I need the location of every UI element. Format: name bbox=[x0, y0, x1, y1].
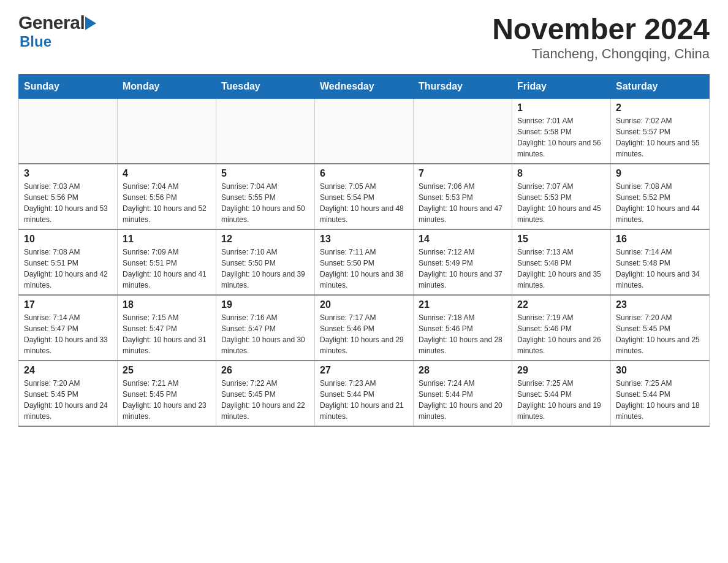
calendar-cell: 25Sunrise: 7:21 AMSunset: 5:45 PMDayligh… bbox=[118, 361, 216, 426]
day-info: Sunrise: 7:16 AMSunset: 5:47 PMDaylight:… bbox=[221, 312, 309, 356]
calendar-cell: 2Sunrise: 7:02 AMSunset: 5:57 PMDaylight… bbox=[611, 99, 710, 164]
day-info: Sunrise: 7:12 AMSunset: 5:49 PMDaylight:… bbox=[419, 247, 507, 291]
day-info: Sunrise: 7:11 AMSunset: 5:50 PMDaylight:… bbox=[320, 247, 408, 291]
calendar-cell bbox=[19, 99, 118, 164]
day-number: 14 bbox=[419, 234, 507, 245]
calendar-week-row: 17Sunrise: 7:14 AMSunset: 5:47 PMDayligh… bbox=[19, 295, 710, 361]
calendar-cell bbox=[118, 99, 216, 164]
calendar-cell: 14Sunrise: 7:12 AMSunset: 5:49 PMDayligh… bbox=[414, 229, 512, 295]
day-info: Sunrise: 7:02 AMSunset: 5:57 PMDaylight:… bbox=[616, 115, 704, 159]
calendar-body: 1Sunrise: 7:01 AMSunset: 5:58 PMDaylight… bbox=[19, 99, 710, 427]
calendar-cell: 11Sunrise: 7:09 AMSunset: 5:51 PMDayligh… bbox=[118, 229, 216, 295]
calendar-cell: 16Sunrise: 7:14 AMSunset: 5:48 PMDayligh… bbox=[611, 229, 710, 295]
day-info: Sunrise: 7:24 AMSunset: 5:44 PMDaylight:… bbox=[419, 378, 507, 422]
day-of-week-header: Saturday bbox=[611, 75, 710, 99]
day-info: Sunrise: 7:25 AMSunset: 5:44 PMDaylight:… bbox=[517, 378, 605, 422]
day-info: Sunrise: 7:20 AMSunset: 5:45 PMDaylight:… bbox=[24, 378, 112, 422]
day-info: Sunrise: 7:17 AMSunset: 5:46 PMDaylight:… bbox=[320, 312, 408, 356]
day-info: Sunrise: 7:25 AMSunset: 5:44 PMDaylight:… bbox=[616, 378, 704, 422]
calendar-cell bbox=[414, 99, 512, 164]
day-info: Sunrise: 7:08 AMSunset: 5:51 PMDaylight:… bbox=[24, 247, 112, 291]
day-number: 1 bbox=[517, 102, 605, 113]
day-number: 27 bbox=[320, 365, 408, 376]
page-header: General Blue November 2024 Tiancheng, Ch… bbox=[18, 12, 710, 62]
calendar-cell: 24Sunrise: 7:20 AMSunset: 5:45 PMDayligh… bbox=[19, 361, 118, 426]
day-info: Sunrise: 7:15 AMSunset: 5:47 PMDaylight:… bbox=[123, 312, 211, 356]
day-of-week-header: Wednesday bbox=[315, 75, 414, 99]
day-number: 6 bbox=[320, 168, 408, 179]
svg-marker-0 bbox=[85, 17, 96, 30]
calendar-week-row: 10Sunrise: 7:08 AMSunset: 5:51 PMDayligh… bbox=[19, 229, 710, 295]
calendar-cell: 29Sunrise: 7:25 AMSunset: 5:44 PMDayligh… bbox=[512, 361, 611, 426]
calendar-cell: 26Sunrise: 7:22 AMSunset: 5:45 PMDayligh… bbox=[216, 361, 315, 426]
day-info: Sunrise: 7:14 AMSunset: 5:47 PMDaylight:… bbox=[24, 312, 112, 356]
day-number: 26 bbox=[221, 365, 309, 376]
calendar-title: November 2024 bbox=[492, 12, 710, 46]
day-number: 10 bbox=[24, 234, 112, 245]
day-number: 17 bbox=[24, 299, 112, 310]
day-info: Sunrise: 7:01 AMSunset: 5:58 PMDaylight:… bbox=[517, 115, 605, 159]
day-number: 3 bbox=[24, 168, 112, 179]
day-info: Sunrise: 7:10 AMSunset: 5:50 PMDaylight:… bbox=[221, 247, 309, 291]
day-info: Sunrise: 7:21 AMSunset: 5:45 PMDaylight:… bbox=[123, 378, 211, 422]
day-number: 22 bbox=[517, 299, 605, 310]
calendar-cell: 19Sunrise: 7:16 AMSunset: 5:47 PMDayligh… bbox=[216, 295, 315, 361]
day-info: Sunrise: 7:05 AMSunset: 5:54 PMDaylight:… bbox=[320, 181, 408, 225]
day-info: Sunrise: 7:09 AMSunset: 5:51 PMDaylight:… bbox=[123, 247, 211, 291]
calendar-cell: 4Sunrise: 7:04 AMSunset: 5:56 PMDaylight… bbox=[118, 164, 216, 229]
logo: General Blue bbox=[18, 12, 99, 50]
day-info: Sunrise: 7:14 AMSunset: 5:48 PMDaylight:… bbox=[616, 247, 704, 291]
day-number: 9 bbox=[616, 168, 704, 179]
calendar-cell: 7Sunrise: 7:06 AMSunset: 5:53 PMDaylight… bbox=[414, 164, 512, 229]
day-info: Sunrise: 7:07 AMSunset: 5:53 PMDaylight:… bbox=[517, 181, 605, 225]
day-number: 16 bbox=[616, 234, 704, 245]
day-number: 12 bbox=[221, 234, 309, 245]
day-info: Sunrise: 7:23 AMSunset: 5:44 PMDaylight:… bbox=[320, 378, 408, 422]
calendar-cell: 10Sunrise: 7:08 AMSunset: 5:51 PMDayligh… bbox=[19, 229, 118, 295]
day-number: 21 bbox=[419, 299, 507, 310]
calendar-cell: 27Sunrise: 7:23 AMSunset: 5:44 PMDayligh… bbox=[315, 361, 414, 426]
day-number: 20 bbox=[320, 299, 408, 310]
day-number: 30 bbox=[616, 365, 704, 376]
day-number: 25 bbox=[123, 365, 211, 376]
calendar-cell: 3Sunrise: 7:03 AMSunset: 5:56 PMDaylight… bbox=[19, 164, 118, 229]
day-of-week-header: Sunday bbox=[19, 75, 118, 99]
day-number: 28 bbox=[419, 365, 507, 376]
calendar-week-row: 24Sunrise: 7:20 AMSunset: 5:45 PMDayligh… bbox=[19, 361, 710, 426]
calendar-week-row: 3Sunrise: 7:03 AMSunset: 5:56 PMDaylight… bbox=[19, 164, 710, 229]
calendar-cell: 15Sunrise: 7:13 AMSunset: 5:48 PMDayligh… bbox=[512, 229, 611, 295]
day-number: 4 bbox=[123, 168, 211, 179]
calendar-cell: 6Sunrise: 7:05 AMSunset: 5:54 PMDaylight… bbox=[315, 164, 414, 229]
calendar-cell: 28Sunrise: 7:24 AMSunset: 5:44 PMDayligh… bbox=[414, 361, 512, 426]
day-info: Sunrise: 7:04 AMSunset: 5:56 PMDaylight:… bbox=[123, 181, 211, 225]
day-number: 23 bbox=[616, 299, 704, 310]
calendar-cell: 9Sunrise: 7:08 AMSunset: 5:52 PMDaylight… bbox=[611, 164, 710, 229]
day-of-week-header: Friday bbox=[512, 75, 611, 99]
day-info: Sunrise: 7:19 AMSunset: 5:46 PMDaylight:… bbox=[517, 312, 605, 356]
day-info: Sunrise: 7:20 AMSunset: 5:45 PMDaylight:… bbox=[616, 312, 704, 356]
day-number: 11 bbox=[123, 234, 211, 245]
calendar-cell bbox=[216, 99, 315, 164]
calendar-cell: 1Sunrise: 7:01 AMSunset: 5:58 PMDaylight… bbox=[512, 99, 611, 164]
title-block: November 2024 Tiancheng, Chongqing, Chin… bbox=[492, 12, 710, 62]
calendar-cell: 12Sunrise: 7:10 AMSunset: 5:50 PMDayligh… bbox=[216, 229, 315, 295]
day-of-week-header: Tuesday bbox=[216, 75, 315, 99]
day-number: 18 bbox=[123, 299, 211, 310]
calendar-cell: 17Sunrise: 7:14 AMSunset: 5:47 PMDayligh… bbox=[19, 295, 118, 361]
day-info: Sunrise: 7:22 AMSunset: 5:45 PMDaylight:… bbox=[221, 378, 309, 422]
calendar-cell: 13Sunrise: 7:11 AMSunset: 5:50 PMDayligh… bbox=[315, 229, 414, 295]
calendar-cell: 21Sunrise: 7:18 AMSunset: 5:46 PMDayligh… bbox=[414, 295, 512, 361]
day-number: 8 bbox=[517, 168, 605, 179]
day-info: Sunrise: 7:18 AMSunset: 5:46 PMDaylight:… bbox=[419, 312, 507, 356]
day-info: Sunrise: 7:08 AMSunset: 5:52 PMDaylight:… bbox=[616, 181, 704, 225]
calendar-table: SundayMondayTuesdayWednesdayThursdayFrid… bbox=[18, 74, 710, 427]
days-of-week-row: SundayMondayTuesdayWednesdayThursdayFrid… bbox=[19, 75, 710, 99]
calendar-cell: 30Sunrise: 7:25 AMSunset: 5:44 PMDayligh… bbox=[611, 361, 710, 426]
calendar-week-row: 1Sunrise: 7:01 AMSunset: 5:58 PMDaylight… bbox=[19, 99, 710, 164]
calendar-cell bbox=[315, 99, 414, 164]
day-info: Sunrise: 7:06 AMSunset: 5:53 PMDaylight:… bbox=[419, 181, 507, 225]
day-number: 5 bbox=[221, 168, 309, 179]
calendar-cell: 18Sunrise: 7:15 AMSunset: 5:47 PMDayligh… bbox=[118, 295, 216, 361]
day-number: 15 bbox=[517, 234, 605, 245]
day-number: 24 bbox=[24, 365, 112, 376]
